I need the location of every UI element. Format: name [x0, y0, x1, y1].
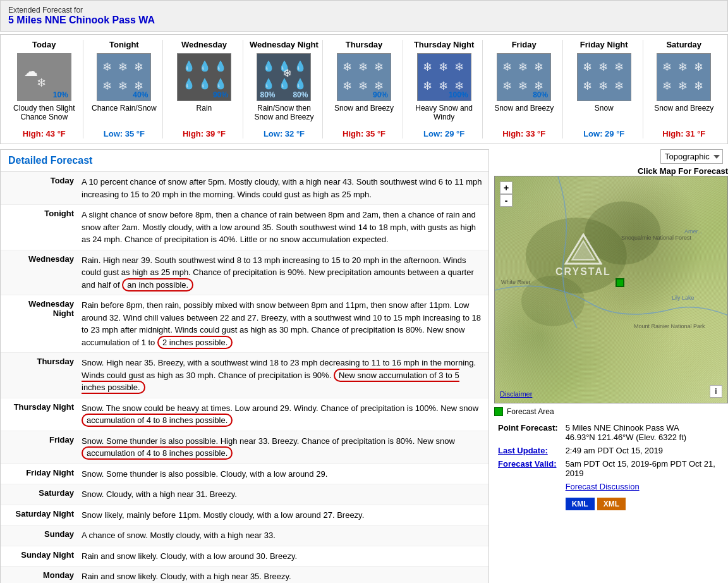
forecast-row: Wednesday Rain. High near 39. South sout… — [1, 250, 488, 296]
svg-text:Mount Rainier National Park: Mount Rainier National Park — [634, 323, 705, 329]
main-layout: Detailed Forecast Today A 10 percent cha… — [0, 149, 728, 583]
forecast-area-label: Forecast Area — [507, 407, 554, 416]
point-forecast-row: Point Forecast: 5 Miles NNE Chinook Pass… — [494, 421, 728, 444]
day-description: Rain/Snow then Snow and Breezy — [248, 104, 320, 126]
row-text: Rain before 8pm, then rain, possibly mix… — [82, 299, 483, 348]
row-text: Rain and snow likely. Cloudy, with a hig… — [82, 570, 483, 583]
forecast-row: Thursday Night Snow. The snow could be h… — [1, 398, 488, 431]
last-update-value: 2:49 am PDT Oct 15, 2019 — [562, 444, 728, 457]
kml-xml-row: KML XML — [494, 493, 728, 512]
forecast-area-legend: Forecast Area — [494, 407, 728, 416]
forecast-day: Thursday ❄❄❄❄❄❄ 90% Snow and Breezy High… — [325, 40, 403, 138]
map-zoom-buttons: + - — [500, 181, 513, 207]
row-label: Thursday — [6, 357, 82, 394]
kml-xml-buttons: KML XML — [566, 498, 724, 510]
day-description: Snow — [568, 104, 640, 126]
header-location: 5 Miles NNE Chinook Pass WA — [8, 15, 720, 26]
header-section: Extended Forecast for 5 Miles NNE Chinoo… — [0, 0, 728, 32]
weather-image: ☁❄ 10% — [17, 53, 71, 101]
row-label: Friday Night — [6, 468, 82, 481]
crystal-mountain-logo: CRYSTAL — [555, 233, 611, 278]
forecast-day: Saturday ❄❄❄❄❄❄ Snow and Breezy High: 31… — [646, 40, 723, 138]
forecast-valid-label: Forecast Valid: — [494, 457, 562, 480]
forecast-row: Sunday A chance of snow. Mostly cloudy, … — [1, 525, 488, 546]
day-temperature: Low: 29 °F — [408, 129, 480, 138]
day-temperature: High: 31 °F — [648, 129, 720, 138]
day-name: Thursday Night — [408, 40, 480, 49]
weather-image: ❄❄❄❄❄❄ 40% — [97, 53, 151, 101]
weather-image: ❄❄❄❄❄❄ — [577, 53, 631, 101]
xml-button[interactable]: XML — [597, 498, 626, 510]
svg-text:Amer...: Amer... — [684, 228, 703, 235]
point-forecast-location: 5 Miles NNE Chinook Pass WA 46.93°N 121.… — [562, 421, 728, 444]
row-text: Rain. High near 39. South southwest wind… — [82, 254, 483, 292]
forecast-day: Friday ❄❄❄❄❄❄ 80% Snow and Breezy High: … — [485, 40, 563, 138]
map-svg: White River Snoqualmie National Forest M… — [495, 176, 727, 403]
forecast-valid-row: Forecast Valid: 5am PDT Oct 15, 2019-6pm… — [494, 457, 728, 480]
detailed-forecast-title: Detailed Forecast — [1, 150, 488, 172]
weather-image: ❄❄❄❄❄❄ 80% — [497, 53, 551, 101]
day-temperature: High: 35 °F — [328, 129, 400, 138]
day-name: Wednesday — [168, 40, 240, 49]
kml-button[interactable]: KML — [566, 498, 595, 510]
svg-point-2 — [521, 276, 585, 326]
forecast-rows-container: Today A 10 percent chance of snow after … — [1, 172, 488, 583]
day-name: Friday — [488, 40, 560, 49]
forecast-day: Wednesday Night 💧💧💧💧💧💧❄ 80%80% Rain/Snow… — [246, 40, 324, 138]
svg-text:Snoqualmie National Forest: Snoqualmie National Forest — [621, 235, 692, 241]
zoom-out-button[interactable]: - — [500, 194, 513, 207]
day-description: Snow and Breezy — [328, 104, 400, 126]
row-text: A 10 percent chance of snow after 5pm. M… — [82, 176, 483, 200]
map-controls: Topographic Radar Satellite — [494, 149, 728, 164]
map-type-dropdown[interactable]: Topographic Radar Satellite — [660, 149, 723, 164]
day-description: Rain — [168, 104, 240, 126]
last-update-row: Last Update: 2:49 am PDT Oct 15, 2019 — [494, 444, 728, 457]
row-text: Snow. Cloudy, with a high near 31. Breez… — [82, 488, 483, 501]
row-text: Snow. The snow could be heavy at times. … — [82, 402, 483, 427]
forecast-grid-container: Today ☁❄ 10% Cloudy then Slight Chance S… — [0, 34, 728, 144]
forecast-grid: Today ☁❄ 10% Cloudy then Slight Chance S… — [6, 40, 722, 138]
day-temperature: Low: 35 °F — [88, 129, 161, 138]
svg-text:White River: White River — [501, 279, 531, 285]
row-label: Wednesday Night — [6, 299, 82, 348]
weather-image: ❄❄❄❄❄❄ 90% — [337, 53, 391, 101]
forecast-row: Wednesday Night Rain before 8pm, then ra… — [1, 295, 488, 353]
row-label: Saturday Night — [6, 509, 82, 522]
row-text: Snow. High near 35. Breezy, with a south… — [82, 357, 483, 394]
day-name: Wednesday Night — [248, 40, 320, 49]
click-map-label: Click Map For Forecast — [494, 166, 728, 176]
point-forecast-table: Point Forecast: 5 Miles NNE Chinook Pass… — [494, 421, 728, 512]
zoom-in-button[interactable]: + — [500, 181, 513, 194]
row-label: Wednesday — [6, 254, 82, 292]
forecast-valid-value: 5am PDT Oct 15, 2019-6pm PDT Oct 21, 201… — [562, 457, 728, 480]
day-description: Cloudy then Slight Chance Snow — [8, 104, 80, 126]
weather-image: ❄❄❄❄❄❄ 100% — [417, 53, 471, 101]
map-info-button[interactable]: i — [710, 385, 722, 398]
forecast-row: Monday Rain and snow likely. Cloudy, wit… — [1, 567, 488, 583]
row-label: Sunday Night — [6, 550, 82, 563]
row-text: A chance of snow. Mostly cloudy, with a … — [82, 529, 483, 542]
forecast-discussion-link[interactable]: Forecast Discussion — [566, 482, 640, 491]
forecast-row: Sunday Night Rain and snow likely. Cloud… — [1, 546, 488, 567]
forecast-area-box — [494, 407, 503, 416]
day-temperature: High: 43 °F — [8, 129, 80, 138]
map-container[interactable]: White River Snoqualmie National Forest M… — [494, 176, 728, 403]
weather-image: 💧💧💧💧💧💧 90% — [177, 53, 231, 101]
forecast-row: Friday Night Snow. Some thunder is also … — [1, 464, 488, 485]
forecast-day: Friday Night ❄❄❄❄❄❄ Snow Low: 29 °F — [566, 40, 643, 138]
weather-image: ❄❄❄❄❄❄ — [657, 53, 711, 101]
row-text: A slight chance of snow before 8pm, then… — [82, 209, 483, 246]
svg-text:Lily Lake: Lily Lake — [672, 295, 695, 301]
day-description: Chance Rain/Snow — [88, 104, 161, 126]
day-name: Saturday — [648, 40, 720, 49]
right-panel: Topographic Radar Satellite Click Map Fo… — [494, 149, 728, 512]
day-description: Snow and Breezy — [648, 104, 720, 126]
row-text: Snow. Some thunder is also possible. Hig… — [82, 435, 483, 460]
day-temperature: High: 39 °F — [168, 129, 240, 138]
forecast-day: Today ☁❄ 10% Cloudy then Slight Chance S… — [6, 40, 83, 138]
map-disclaimer-link[interactable]: Disclaimer — [500, 390, 532, 398]
forecast-day: Wednesday 💧💧💧💧💧💧 90% Rain High: 39 °F — [166, 40, 243, 138]
day-name: Thursday — [328, 40, 400, 49]
day-description: Heavy Snow and Windy — [408, 104, 480, 126]
row-text: Snow. Some thunder is also possible. Clo… — [82, 468, 483, 481]
